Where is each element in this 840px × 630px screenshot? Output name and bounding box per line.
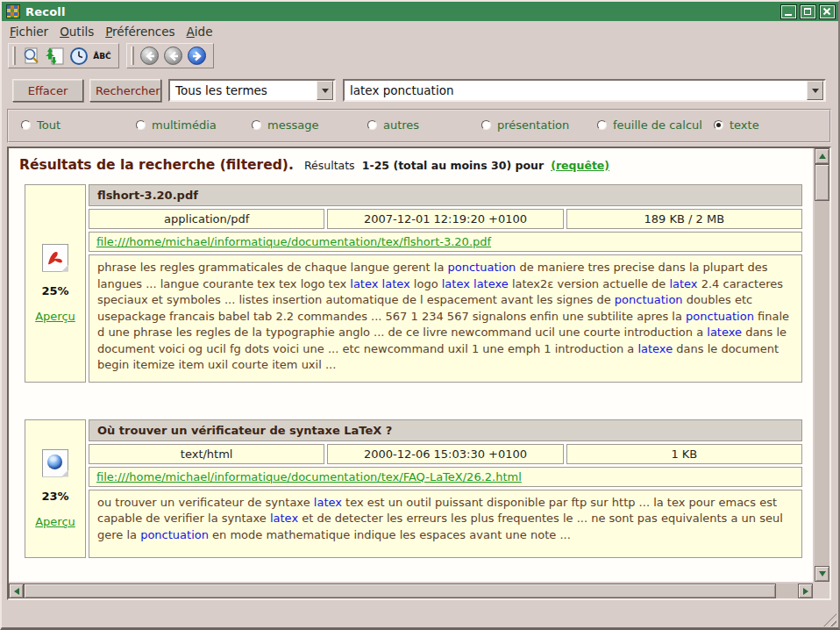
triangle-left-icon [14,588,19,595]
radio-texte[interactable]: texte [714,118,759,132]
category-filter-panel: Tout multimédia message autres présentat… [7,109,831,143]
toolbar-grip[interactable] [12,47,16,65]
result-url-link[interactable]: file:///home/michael/informatique/docume… [96,235,491,248]
result-side-panel: 23% Aperçu [25,419,86,558]
highlighted-term: ponctuation [140,528,209,541]
document-type-icon [42,449,68,477]
next-page-button[interactable] [185,45,209,67]
scroll-right-button[interactable] [798,583,813,598]
close-button[interactable] [819,4,836,19]
search-input[interactable] [345,82,806,98]
horizontal-scrollbar[interactable] [9,583,813,598]
globe-icon [47,455,62,469]
maximize-icon [804,8,811,15]
scroll-down-button[interactable] [815,566,829,582]
vertical-scrollbar-thumb[interactable] [815,164,829,201]
result-url-cell: file:///home/michael/informatique/docume… [89,232,802,252]
highlighted-term: latex latexe [442,277,509,290]
search-mode-value: Tous les termes [170,83,316,97]
highlighted-term: ponctuation [448,261,516,274]
snippet-text: logo [410,277,442,290]
triangle-up-icon [819,154,826,159]
radio-icon [481,120,491,130]
recoll-app-icon [6,4,20,18]
radio-autres[interactable]: autres [367,118,419,132]
arrow-right-icon [188,47,206,65]
result-title[interactable]: flshort-3.20.pdf [89,184,802,206]
results-count-prefix: Résultats [304,159,355,172]
term-explorer-button[interactable]: ÂBĈ [90,45,114,67]
new-query-button[interactable] [19,45,43,67]
radio-tout[interactable]: Tout [21,118,61,132]
preview-link[interactable]: Aperçu [35,515,75,528]
result-snippet: phrase les regles grammaticales de chaqu… [89,254,802,383]
history-button[interactable] [67,45,90,67]
result-url-cell: file:///home/michael/informatique/docume… [89,467,802,487]
toolbar-group-nav [126,43,214,68]
toolbar-grip-nav[interactable] [131,47,134,65]
highlighted-term: latex [314,496,342,509]
chevron-down-icon [812,89,819,93]
snippet-text: ou trouver un verificateur de syntaxe [97,496,314,509]
triangle-right-icon [803,588,808,595]
highlighted-term: ponctuation [615,293,683,306]
results-count-range: 1-25 (total au moins 30) pour [362,159,544,172]
snippet-text: en mode mathematique indique les espaces… [209,528,571,541]
result-date: 2007-12-01 12:19:20 +0100 [327,209,563,229]
results-header: Résultats de la recherche (filtered). Ré… [19,157,808,173]
maximize-button[interactable] [800,4,816,19]
first-page-button[interactable] [138,45,161,67]
menu-preferences[interactable]: Préférences [105,25,174,39]
query-dropdown-button[interactable] [807,81,823,100]
result-main: Où trouver un vérificateur de syntaxe La… [89,419,802,558]
highlighted-term: latex [669,277,697,290]
result-mime-type: application/pdf [89,209,324,229]
result-side-panel: 25% Aperçu [25,184,86,383]
relevance-percent: 23% [41,490,68,503]
scrollbar-corner [813,582,829,598]
horizontal-scrollbar-thumb[interactable] [24,583,776,598]
arrow-left-icon [140,47,159,65]
highlighted-term: ponctuation [686,310,754,323]
radio-icon [714,120,723,130]
menu-fichier[interactable]: Fichier [10,25,48,39]
radio-message[interactable]: message [252,118,318,132]
snippet-text: latex2ε version actuelle de [509,277,670,290]
minimize-button[interactable] [780,4,797,19]
result-mime-type: text/html [89,444,324,464]
vertical-scrollbar[interactable] [815,148,829,582]
search-mode-dropdown-button[interactable] [317,81,333,100]
result-main: flshort-3.20.pdf application/pdf 2007-12… [89,184,802,383]
result-meta-row: application/pdf 2007-12-01 12:19:20 +010… [89,209,802,229]
result-title[interactable]: Où trouver un vérificateur de syntaxe La… [89,419,802,441]
clear-button[interactable]: Effacer [12,79,83,102]
menu-aide[interactable]: Aide [187,25,213,39]
search-mode-select[interactable]: Tous les termes [168,79,336,102]
menu-outils[interactable]: Outils [60,25,94,39]
result-size: 189 KB / 2 MB [566,209,802,229]
query-combo [343,79,826,102]
result-item: 23% Aperçu Où trouver un vérificateur de… [25,419,802,558]
radio-icon [252,120,261,130]
preview-link[interactable]: Aperçu [35,310,75,323]
radio-icon [597,120,607,130]
scroll-up-button[interactable] [815,148,829,164]
radio-feuille-de-calcul[interactable]: feuille de calcul [597,118,702,132]
abc-icon: ÂBĈ [93,52,110,61]
window-titlebar[interactable]: Recoll [2,2,838,21]
results-widget: Résultats de la recherche (filtered). Ré… [7,147,831,600]
result-item: 25% Aperçu flshort-3.20.pdf application/… [25,184,802,383]
sort-button[interactable] [43,45,67,67]
result-url-link[interactable]: file:///home/michael/informatique/docume… [96,470,522,483]
prev-page-button[interactable] [161,45,185,67]
minimize-icon [785,14,792,16]
radio-icon [136,120,146,130]
radio-multimedia[interactable]: multimédia [136,118,217,132]
query-link[interactable]: (requête) [551,159,609,172]
result-size: 1 KB [566,444,802,464]
search-button[interactable]: Rechercher [89,79,161,102]
result-snippet: ou trouver un verificateur de syntaxe la… [89,490,802,558]
radio-icon [21,120,31,130]
scroll-left-button[interactable] [9,583,24,598]
radio-presentation[interactable]: présentation [481,118,569,132]
